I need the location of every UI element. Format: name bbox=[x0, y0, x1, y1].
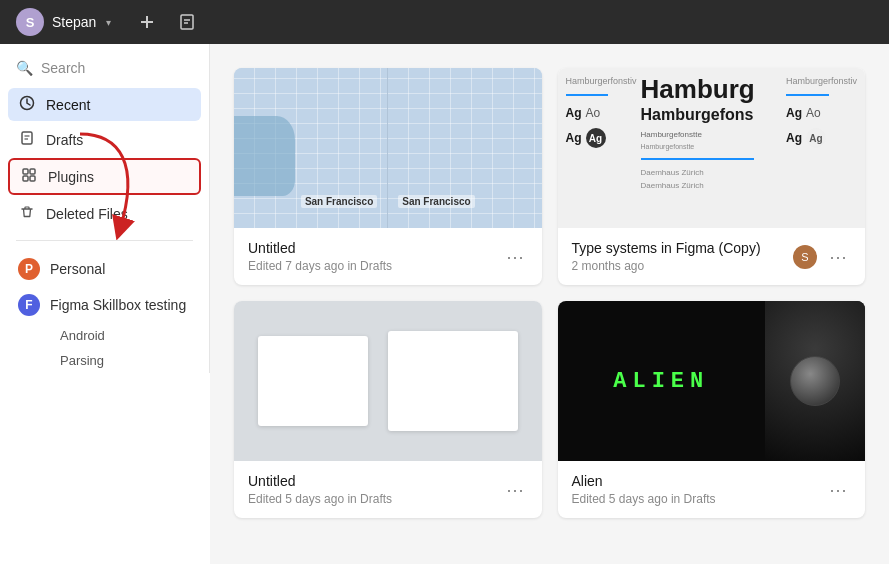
sidebar-item-drafts[interactable]: Drafts bbox=[8, 123, 201, 156]
topbar-actions bbox=[131, 8, 203, 36]
more-button[interactable]: ⋯ bbox=[502, 477, 528, 503]
svg-rect-6 bbox=[22, 132, 32, 144]
file-card-alien[interactable]: ALIEN Alien Edited 5 days ago in Drafts bbox=[558, 301, 866, 518]
sidebar-team-skillbox[interactable]: F Figma Skillbox testing bbox=[8, 287, 201, 323]
alien-right bbox=[765, 301, 865, 461]
svg-rect-10 bbox=[30, 169, 35, 174]
sidebar-item-plugins[interactable]: Plugins bbox=[8, 158, 201, 195]
search-icon: 🔍 bbox=[16, 60, 33, 76]
avatar: S bbox=[16, 8, 44, 36]
sidebar-nav: Recent Drafts bbox=[0, 88, 209, 230]
search-bar[interactable]: 🔍 Search bbox=[0, 52, 209, 88]
user-name: Stepan bbox=[52, 14, 96, 30]
file-date: Edited 7 days ago in Drafts bbox=[248, 259, 502, 273]
import-button[interactable] bbox=[171, 8, 203, 36]
alien-poster bbox=[765, 301, 865, 461]
map-right: San Francisco bbox=[388, 68, 541, 228]
svg-rect-11 bbox=[23, 176, 28, 181]
file-name: Untitled bbox=[248, 240, 502, 256]
sidebar-item-deleted[interactable]: Deleted Files bbox=[8, 197, 201, 230]
typography-preview: Hamburgerfonstiv Ag Ao Ag Ag bbox=[558, 68, 866, 228]
sidebar-wrapper: 🔍 Search Recent bbox=[0, 44, 210, 564]
typo-col-3: Hamburgerfonstiv Ag Ao Ag Ag bbox=[786, 76, 857, 220]
blank-frame-1 bbox=[258, 336, 368, 426]
file-meta: Alien Edited 5 days ago in Drafts bbox=[572, 473, 826, 506]
recent-icon bbox=[18, 95, 36, 114]
sidebar-item-label: Deleted Files bbox=[46, 206, 128, 222]
typo-col-1: Hamburgerfonstiv Ag Ao Ag Ag bbox=[566, 76, 637, 220]
typo-col-2: Hamburg Hamburgefons Hamburgefonstte Ham… bbox=[641, 76, 782, 220]
svg-rect-12 bbox=[30, 176, 35, 181]
file-actions: ⋯ bbox=[502, 244, 528, 270]
skillbox-avatar: F bbox=[18, 294, 40, 316]
files-grid: San Francisco San Francisco Untitled Edi… bbox=[234, 68, 865, 518]
content-area: San Francisco San Francisco Untitled Edi… bbox=[210, 44, 889, 564]
file-thumbnail: ALIEN bbox=[558, 301, 866, 461]
file-actions: ⋯ bbox=[825, 477, 851, 503]
sidebar-item-label: Recent bbox=[46, 97, 90, 113]
file-info: Type systems in Figma (Copy) 2 months ag… bbox=[558, 228, 866, 285]
file-name: Alien bbox=[572, 473, 826, 489]
sidebar-item-label: Plugins bbox=[48, 169, 94, 185]
personal-label: Personal bbox=[50, 261, 105, 277]
file-date: 2 months ago bbox=[572, 259, 794, 273]
file-card-untitled-1[interactable]: San Francisco San Francisco Untitled Edi… bbox=[234, 68, 542, 285]
alien-left: ALIEN bbox=[558, 301, 766, 461]
skillbox-sub-items: Android Parsing bbox=[8, 323, 201, 373]
file-user-avatar: S bbox=[793, 245, 817, 269]
file-card-untitled-2[interactable]: Untitled Edited 5 days ago in Drafts ⋯ bbox=[234, 301, 542, 518]
plugins-icon bbox=[20, 167, 38, 186]
drafts-icon bbox=[18, 130, 36, 149]
sidebar-teams: P Personal F Figma Skillbox testing Andr… bbox=[0, 251, 209, 373]
file-name: Type systems in Figma (Copy) bbox=[572, 240, 794, 256]
file-actions: ⋯ bbox=[502, 477, 528, 503]
file-date: Edited 5 days ago in Drafts bbox=[248, 492, 502, 506]
file-info: Untitled Edited 7 days ago in Drafts ⋯ bbox=[234, 228, 542, 285]
more-button[interactable]: ⋯ bbox=[825, 477, 851, 503]
file-date: Edited 5 days ago in Drafts bbox=[572, 492, 826, 506]
personal-avatar: P bbox=[18, 258, 40, 280]
sidebar-item-recent[interactable]: Recent bbox=[8, 88, 201, 121]
sidebar-item-label: Drafts bbox=[46, 132, 83, 148]
trash-icon bbox=[18, 204, 36, 223]
more-button[interactable]: ⋯ bbox=[825, 244, 851, 270]
alien-circle bbox=[790, 356, 840, 406]
sidebar-item-android[interactable]: Android bbox=[50, 323, 201, 348]
file-actions: S ⋯ bbox=[793, 244, 851, 270]
file-thumbnail: San Francisco San Francisco bbox=[234, 68, 542, 228]
topbar: S Stepan ▾ bbox=[0, 0, 889, 44]
file-meta: Type systems in Figma (Copy) 2 months ag… bbox=[572, 240, 794, 273]
user-menu[interactable]: S Stepan ▾ bbox=[16, 8, 111, 36]
search-label: Search bbox=[41, 60, 85, 76]
svg-rect-2 bbox=[181, 15, 193, 29]
typo-block-dark: Ag bbox=[586, 128, 606, 148]
blank-frame-2 bbox=[388, 331, 518, 431]
alien-title: ALIEN bbox=[613, 369, 709, 394]
chevron-down-icon: ▾ bbox=[106, 17, 111, 28]
sidebar: 🔍 Search Recent bbox=[0, 44, 210, 373]
alien-preview: ALIEN bbox=[558, 301, 866, 461]
blank-preview bbox=[234, 301, 542, 461]
typo-block-light: Ag bbox=[806, 128, 826, 148]
map-preview: San Francisco San Francisco bbox=[234, 68, 542, 228]
file-meta: Untitled Edited 7 days ago in Drafts bbox=[248, 240, 502, 273]
map-left: San Francisco bbox=[234, 68, 388, 228]
file-name: Untitled bbox=[248, 473, 502, 489]
file-info: Alien Edited 5 days ago in Drafts ⋯ bbox=[558, 461, 866, 518]
file-thumbnail: Hamburgerfonstiv Ag Ao Ag Ag bbox=[558, 68, 866, 228]
sidebar-item-parsing[interactable]: Parsing bbox=[50, 348, 201, 373]
sidebar-divider bbox=[16, 240, 193, 241]
file-info: Untitled Edited 5 days ago in Drafts ⋯ bbox=[234, 461, 542, 518]
svg-rect-9 bbox=[23, 169, 28, 174]
file-meta: Untitled Edited 5 days ago in Drafts bbox=[248, 473, 502, 506]
more-button[interactable]: ⋯ bbox=[502, 244, 528, 270]
file-thumbnail bbox=[234, 301, 542, 461]
skillbox-label: Figma Skillbox testing bbox=[50, 297, 186, 313]
new-file-button[interactable] bbox=[131, 8, 163, 36]
file-card-type-systems[interactable]: Hamburgerfonstiv Ag Ao Ag Ag bbox=[558, 68, 866, 285]
main-layout: 🔍 Search Recent bbox=[0, 44, 889, 564]
sidebar-team-personal[interactable]: P Personal bbox=[8, 251, 201, 287]
